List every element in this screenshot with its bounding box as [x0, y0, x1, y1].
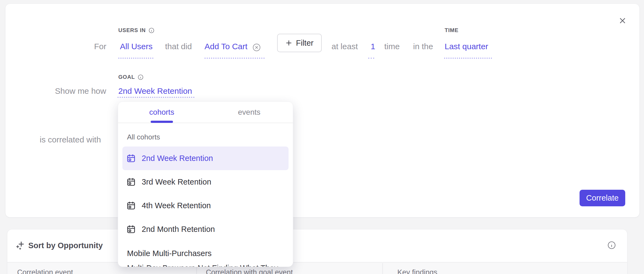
goal-label: GOAL [118, 74, 144, 80]
info-icon[interactable] [138, 74, 144, 80]
event-underline [205, 58, 265, 59]
time-label: TIME [445, 27, 459, 33]
count-selector[interactable]: 1 [371, 42, 375, 51]
add-filter-button[interactable]: Filter [277, 34, 322, 52]
column-header-correlation-event: Correlation event [17, 268, 73, 274]
list-item-cohort[interactable]: 4th Week Retention [122, 194, 289, 217]
circle-x-icon[interactable] [252, 43, 261, 52]
calendar-icon [126, 225, 136, 234]
column-header-correlation-with-goal: Correlation with goal event [206, 268, 293, 274]
list-item-label: 3rd Week Retention [142, 178, 211, 186]
goal-dropdown: cohorts events All cohorts 2nd Week Rete… [118, 101, 293, 267]
filter-button-label: Filter [296, 39, 313, 48]
tab-events[interactable]: events [206, 102, 293, 123]
time-range-selector[interactable]: Last quarter [445, 42, 488, 51]
list-item-cohort[interactable]: 2nd Month Retention [122, 217, 289, 241]
dropdown-tabbar: cohorts events [118, 102, 293, 123]
active-tab-indicator [151, 121, 173, 123]
tab-cohorts[interactable]: cohorts [118, 102, 206, 123]
correlate-button[interactable]: Correlate [580, 190, 625, 206]
list-item-label: Mobile Multi-Purchasers [127, 249, 212, 258]
users-in-label-text: USERS IN [118, 27, 146, 33]
in-the-text: in the [413, 42, 433, 51]
correlation-builder-page: USERS IN TIME For All Users that did Add… [0, 0, 644, 274]
list-item-label: 2nd Week Retention [142, 154, 213, 163]
sort-by-opportunity-label: Sort by Opportunity [28, 241, 103, 250]
sparkle-sort-icon [16, 241, 24, 250]
list-item-cohort[interactable]: 3rd Week Retention [122, 170, 289, 194]
count-underline [368, 58, 374, 59]
calendar-icon [126, 177, 136, 187]
column-header-key-findings: Key findings [397, 268, 437, 274]
show-me-how-text: Show me how [55, 86, 106, 96]
goal-underline [117, 97, 194, 98]
column-divider [382, 263, 383, 274]
list-item-cohort[interactable]: Mobile Multi-Purchasers [122, 247, 289, 260]
list-item-label: 4th Week Retention [142, 201, 211, 210]
time-label-text: TIME [445, 27, 459, 33]
goal-selector[interactable]: 2nd Week Retention [118, 86, 192, 96]
that-did-text: that did [165, 42, 192, 51]
cohort-underline [118, 58, 153, 59]
list-item-cohort[interactable]: Multi-Day Browsers Not Finding What They [122, 262, 289, 267]
list-item-label: 2nd Month Retention [142, 225, 215, 234]
time-range-underline [444, 58, 492, 59]
results-table-header: Correlation event Correlation with goal … [7, 262, 627, 274]
event-selector[interactable]: Add To Cart [205, 42, 247, 51]
info-icon[interactable] [148, 27, 154, 33]
close-icon[interactable] [617, 15, 628, 26]
query-builder-card: USERS IN TIME For All Users that did Add… [5, 4, 640, 217]
list-item-cohort[interactable]: 2nd Week Retention [122, 147, 289, 170]
sort-by-opportunity-button[interactable]: Sort by Opportunity [16, 241, 103, 250]
sort-bar: Sort by Opportunity [7, 229, 627, 262]
calendar-icon [126, 154, 136, 163]
cohort-selector[interactable]: All Users [120, 42, 153, 51]
for-text: For [94, 42, 106, 51]
plus-icon [285, 39, 292, 46]
goal-label-text: GOAL [118, 74, 135, 80]
time-word-text: time [384, 42, 400, 51]
results-card: Sort by Opportunity Correlation event Co… [7, 229, 627, 274]
cohorts-section-label: All cohorts [127, 133, 160, 141]
is-correlated-with-text: is correlated with [40, 135, 101, 145]
info-icon[interactable] [607, 241, 616, 250]
list-item-label: Multi-Day Browsers Not Finding What They [127, 264, 278, 267]
users-in-label: USERS IN [118, 27, 154, 33]
calendar-icon [126, 201, 136, 211]
at-least-text: at least [332, 42, 358, 51]
